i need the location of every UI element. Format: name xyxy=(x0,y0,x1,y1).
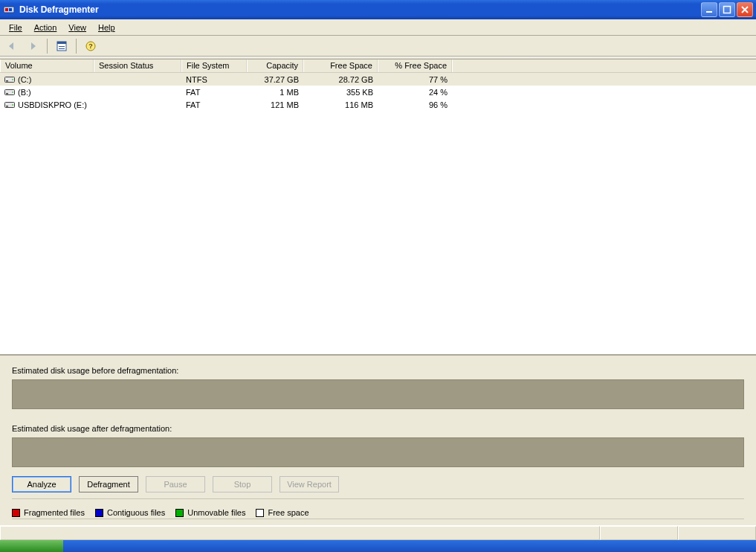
volume-file-system: FAT xyxy=(181,87,247,97)
back-button[interactable] xyxy=(3,38,21,54)
legend-unmovable: Unmovable files xyxy=(175,508,245,517)
before-bar-label: Estimated disk usage before defragmentat… xyxy=(12,366,744,375)
svg-rect-8 xyxy=(59,48,65,49)
help-button[interactable]: ? xyxy=(82,38,100,54)
volume-row[interactable]: USBDISKPRO (E:)FAT121 MB116 MB96 % xyxy=(0,98,756,111)
col-header-pct-free-space[interactable]: % Free Space xyxy=(378,60,452,72)
legend-fragmented-label: Fragmented files xyxy=(24,508,85,517)
volume-capacity: 37.27 GB xyxy=(247,74,303,85)
forward-button[interactable] xyxy=(24,38,42,54)
volume-free-space: 28.72 GB xyxy=(303,74,378,85)
svg-rect-18 xyxy=(6,106,8,107)
volume-free-space: 355 KB xyxy=(303,87,378,97)
toolbar: ? xyxy=(0,36,756,57)
col-header-volume[interactable]: Volume xyxy=(0,60,94,72)
app-icon xyxy=(3,4,15,16)
drive-icon xyxy=(4,76,15,83)
legend-contiguous-swatch xyxy=(95,509,103,517)
volume-capacity: 1 MB xyxy=(247,87,303,97)
defragment-button[interactable]: Defragment xyxy=(79,476,138,492)
menu-help-rest: elp xyxy=(104,23,115,32)
svg-text:?: ? xyxy=(88,42,93,50)
legend-fragmented: Fragmented files xyxy=(12,508,85,517)
maximize-button[interactable] xyxy=(719,2,735,17)
pause-button[interactable]: Pause xyxy=(146,476,205,492)
svg-rect-1 xyxy=(5,8,8,11)
svg-rect-2 xyxy=(9,8,12,11)
view-report-button[interactable]: View Report xyxy=(280,476,339,492)
legend: Fragmented files Contiguous files Unmova… xyxy=(12,504,744,519)
window-controls xyxy=(701,2,753,17)
drive-icon xyxy=(4,101,15,109)
menu-file[interactable]: File xyxy=(3,22,28,33)
status-cell-2 xyxy=(678,526,756,540)
start-button[interactable] xyxy=(0,540,63,552)
legend-contiguous: Contiguous files xyxy=(95,508,165,517)
svg-rect-3 xyxy=(706,11,712,13)
col-header-file-system[interactable]: File System xyxy=(181,60,247,72)
menu-help[interactable]: Help xyxy=(92,22,121,33)
col-header-capacity[interactable]: Capacity xyxy=(247,60,303,72)
minimize-button[interactable] xyxy=(701,2,717,17)
menu-view-rest: iew xyxy=(74,23,86,32)
col-header-spacer xyxy=(452,60,756,72)
close-button[interactable] xyxy=(737,2,753,17)
after-bar-label: Estimated disk usage after defragmentati… xyxy=(12,424,744,433)
volume-session-status xyxy=(94,79,181,80)
legend-unmovable-label: Unmovable files xyxy=(187,508,245,517)
legend-fragmented-swatch xyxy=(12,509,20,517)
volume-pct-free: 24 % xyxy=(378,87,452,97)
svg-rect-12 xyxy=(6,80,8,82)
before-defrag-bar xyxy=(12,379,744,409)
volume-session-status xyxy=(94,92,181,93)
stop-button[interactable]: Stop xyxy=(213,476,272,492)
taskbar-rest xyxy=(63,540,756,552)
svg-rect-7 xyxy=(59,46,65,47)
menu-action[interactable]: Action xyxy=(28,22,63,33)
defrag-panel: Estimated disk usage before defragmentat… xyxy=(0,354,756,525)
svg-rect-15 xyxy=(6,93,8,94)
taskbar xyxy=(0,540,756,552)
analyze-button[interactable]: Analyze xyxy=(12,476,71,492)
volume-name: (C:) xyxy=(18,75,31,84)
spacer xyxy=(12,414,744,420)
volume-capacity: 121 MB xyxy=(247,100,303,110)
legend-free-space-label: Free space xyxy=(268,508,308,517)
volume-session-status xyxy=(94,104,181,106)
col-header-session-status[interactable]: Session Status xyxy=(94,60,181,72)
svg-point-16 xyxy=(12,92,13,93)
volume-row[interactable]: (B:)FAT1 MB355 KB24 % xyxy=(0,86,756,98)
legend-contiguous-label: Contiguous files xyxy=(107,508,165,517)
properties-button[interactable] xyxy=(53,38,71,54)
menu-help-accel: H xyxy=(98,23,104,32)
menu-file-rest: ile xyxy=(14,23,22,32)
menu-action-accel: A xyxy=(34,23,39,32)
menu-view[interactable]: View xyxy=(62,22,92,33)
toolbar-separator xyxy=(47,39,48,54)
legend-free-space: Free space xyxy=(256,508,308,517)
svg-rect-4 xyxy=(724,7,731,13)
volume-pct-free: 96 % xyxy=(378,100,452,110)
legend-unmovable-swatch xyxy=(175,509,184,517)
menu-file-accel: F xyxy=(9,23,14,32)
volume-row[interactable]: (C:)NTFS37.27 GB28.72 GB77 % xyxy=(0,73,756,86)
volume-file-system: FAT xyxy=(181,100,247,110)
volume-list-header: Volume Session Status File System Capaci… xyxy=(0,60,756,73)
volume-name: USBDISKPRO (E:) xyxy=(18,100,87,109)
col-header-free-space[interactable]: Free Space xyxy=(303,60,378,72)
menu-action-rest: ction xyxy=(39,23,56,32)
volume-list[interactable]: (C:)NTFS37.27 GB28.72 GB77 %(B:)FAT1 MB3… xyxy=(0,73,756,111)
toolbar-separator-2 xyxy=(76,39,77,54)
svg-rect-6 xyxy=(57,42,66,44)
svg-point-19 xyxy=(12,104,13,106)
volume-pct-free: 77 % xyxy=(378,74,452,85)
drive-icon xyxy=(4,89,15,96)
window-title: Disk Defragmenter xyxy=(19,4,701,15)
action-button-row: Analyze Defragment Pause Stop View Repor… xyxy=(12,476,744,499)
volume-free-space: 116 MB xyxy=(303,100,378,110)
volume-file-system: NTFS xyxy=(181,74,247,85)
status-cell-main xyxy=(0,526,600,540)
status-cell-1 xyxy=(600,526,678,540)
volume-name: (B:) xyxy=(18,88,31,97)
status-bar xyxy=(0,525,756,540)
